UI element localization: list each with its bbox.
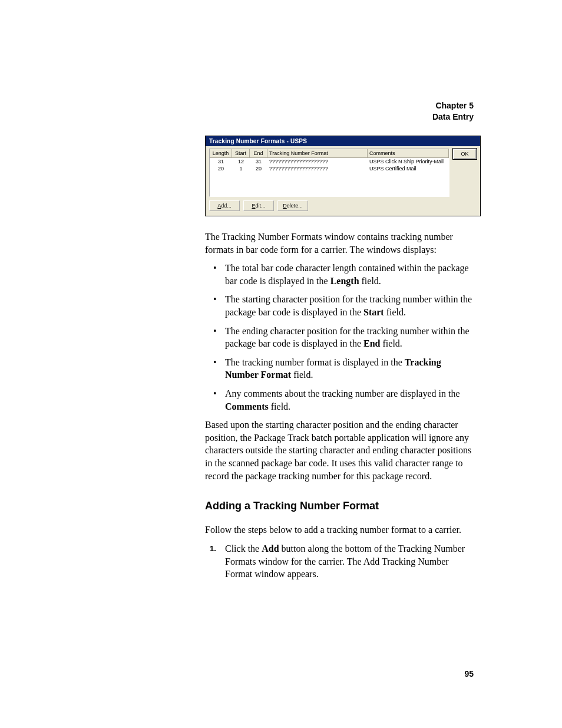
- steps-intro: Follow the steps below to add a tracking…: [205, 523, 474, 536]
- cell-comments: USPS Click N Ship Priority-Mail: [368, 158, 449, 165]
- window-body: Length Start End Tracking Number Format …: [206, 146, 480, 216]
- delete-button[interactable]: Delete...: [277, 200, 308, 211]
- steps-list: Click the Add button along the bottom of…: [205, 542, 474, 581]
- chapter-label: Chapter 5: [432, 100, 474, 111]
- bullet-format: The tracking number format is displayed …: [217, 356, 474, 381]
- cell-length: 20: [210, 165, 232, 172]
- section-heading: Adding a Tracking Number Format: [205, 499, 474, 513]
- step-1: Click the Add button along the bottom of…: [217, 542, 474, 581]
- bullet-comments: Any comments about the tracking number a…: [217, 387, 474, 413]
- col-header-start[interactable]: Start: [232, 149, 250, 157]
- tracking-formats-list[interactable]: Length Start End Tracking Number Format …: [209, 149, 449, 197]
- button-row: Add... Edit... Delete...: [209, 200, 477, 211]
- col-header-end[interactable]: End: [250, 149, 267, 157]
- cell-start: 12: [232, 158, 250, 165]
- body-text: The Tracking Number Formats window conta…: [205, 230, 474, 581]
- window-titlebar: Tracking Number Formats - USPS: [206, 136, 480, 146]
- bullet-start: The starting character position for the …: [217, 293, 474, 318]
- cell-end: 20: [250, 165, 267, 172]
- tracking-formats-window: Tracking Number Formats - USPS Length St…: [205, 136, 481, 216]
- cell-start: 1: [232, 165, 250, 172]
- page-header: Chapter 5 Data Entry: [432, 100, 474, 123]
- cell-format: ????????????????????: [267, 158, 368, 165]
- chapter-title: Data Entry: [432, 111, 474, 123]
- page: Chapter 5 Data Entry Tracking Number For…: [0, 0, 562, 728]
- list-header: Length Start End Tracking Number Format …: [210, 149, 449, 158]
- col-header-format[interactable]: Tracking Number Format: [267, 149, 368, 157]
- explanation-paragraph: Based upon the starting character positi…: [205, 419, 474, 482]
- col-header-comments[interactable]: Comments: [368, 149, 449, 157]
- cell-end: 31: [250, 158, 267, 165]
- table-row[interactable]: 20 1 20 ???????????????????? USPS Certif…: [210, 165, 449, 172]
- intro-paragraph: The Tracking Number Formats window conta…: [205, 230, 474, 256]
- edit-button[interactable]: Edit...: [243, 200, 274, 211]
- bullet-end: The ending character position for the tr…: [217, 325, 474, 350]
- cell-length: 31: [210, 158, 232, 165]
- col-header-length[interactable]: Length: [210, 149, 232, 157]
- page-number: 95: [464, 669, 474, 678]
- add-button[interactable]: Add...: [209, 200, 240, 211]
- list-area: Length Start End Tracking Number Format …: [209, 149, 477, 197]
- field-bullets: The total bar code character length cont…: [205, 262, 474, 413]
- table-row[interactable]: 31 12 31 ???????????????????? USPS Click…: [210, 158, 449, 165]
- ok-button[interactable]: OK: [453, 149, 477, 159]
- cell-format: ????????????????????: [267, 165, 368, 172]
- cell-comments: USPS Certified Mail: [368, 165, 449, 172]
- bullet-length: The total bar code character length cont…: [217, 262, 474, 287]
